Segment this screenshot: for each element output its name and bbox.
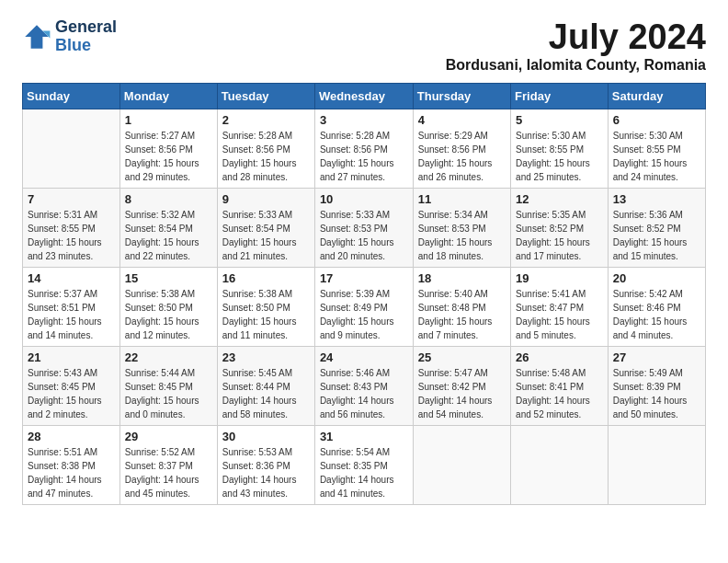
day-info: Sunrise: 5:35 AM Sunset: 8:52 PM Dayligh… xyxy=(516,208,603,263)
day-info: Sunrise: 5:48 AM Sunset: 8:41 PM Dayligh… xyxy=(516,366,603,421)
day-info: Sunrise: 5:28 AM Sunset: 8:56 PM Dayligh… xyxy=(222,129,310,184)
header-day-thursday: Thursday xyxy=(413,83,510,109)
day-info: Sunrise: 5:54 AM Sunset: 8:35 PM Dayligh… xyxy=(320,445,408,500)
logo-text-blue: Blue xyxy=(55,37,117,55)
calendar-cell: 8Sunrise: 5:32 AM Sunset: 8:54 PM Daylig… xyxy=(119,188,217,267)
day-number: 23 xyxy=(222,350,310,364)
logo-icon xyxy=(22,22,51,52)
day-number: 3 xyxy=(320,113,408,127)
day-number: 14 xyxy=(28,271,115,285)
day-info: Sunrise: 5:33 AM Sunset: 8:53 PM Dayligh… xyxy=(320,208,408,263)
calendar-cell: 11Sunrise: 5:34 AM Sunset: 8:53 PM Dayli… xyxy=(413,188,510,267)
calendar-cell: 6Sunrise: 5:30 AM Sunset: 8:55 PM Daylig… xyxy=(608,109,705,188)
calendar-table: SundayMondayTuesdayWednesdayThursdayFrid… xyxy=(22,83,706,505)
day-info: Sunrise: 5:30 AM Sunset: 8:55 PM Dayligh… xyxy=(516,129,603,184)
day-number: 28 xyxy=(28,430,115,443)
day-number: 12 xyxy=(516,192,603,206)
calendar-cell: 4Sunrise: 5:29 AM Sunset: 8:56 PM Daylig… xyxy=(413,109,510,188)
location-subtitle: Bordusani, Ialomita County, Romania xyxy=(446,57,706,74)
calendar-cell: 31Sunrise: 5:54 AM Sunset: 8:35 PM Dayli… xyxy=(314,425,413,504)
day-info: Sunrise: 5:40 AM Sunset: 8:48 PM Dayligh… xyxy=(418,287,506,342)
month-year-title: July 2024 xyxy=(446,18,706,57)
day-info: Sunrise: 5:52 AM Sunset: 8:37 PM Dayligh… xyxy=(125,445,212,500)
calendar-cell: 15Sunrise: 5:38 AM Sunset: 8:50 PM Dayli… xyxy=(119,267,217,346)
day-number: 15 xyxy=(125,271,212,285)
calendar-cell xyxy=(413,425,510,504)
calendar-cell: 27Sunrise: 5:49 AM Sunset: 8:39 PM Dayli… xyxy=(608,346,705,425)
calendar-cell: 22Sunrise: 5:44 AM Sunset: 8:45 PM Dayli… xyxy=(119,346,217,425)
page-header: General Blue July 2024 Bordusani, Ialomi… xyxy=(22,18,706,74)
header-day-friday: Friday xyxy=(511,83,609,109)
day-number: 11 xyxy=(418,192,506,206)
calendar-cell: 26Sunrise: 5:48 AM Sunset: 8:41 PM Dayli… xyxy=(511,346,609,425)
day-info: Sunrise: 5:27 AM Sunset: 8:56 PM Dayligh… xyxy=(125,129,212,184)
day-number: 8 xyxy=(125,192,212,206)
day-info: Sunrise: 5:47 AM Sunset: 8:42 PM Dayligh… xyxy=(418,366,506,421)
calendar-cell: 13Sunrise: 5:36 AM Sunset: 8:52 PM Dayli… xyxy=(608,188,705,267)
calendar-cell: 1Sunrise: 5:27 AM Sunset: 8:56 PM Daylig… xyxy=(119,109,217,188)
calendar-cell: 25Sunrise: 5:47 AM Sunset: 8:42 PM Dayli… xyxy=(413,346,510,425)
calendar-week-row: 21Sunrise: 5:43 AM Sunset: 8:45 PM Dayli… xyxy=(23,346,706,425)
day-info: Sunrise: 5:39 AM Sunset: 8:49 PM Dayligh… xyxy=(320,287,408,342)
calendar-cell: 23Sunrise: 5:45 AM Sunset: 8:44 PM Dayli… xyxy=(217,346,314,425)
day-info: Sunrise: 5:30 AM Sunset: 8:55 PM Dayligh… xyxy=(613,129,700,184)
header-day-sunday: Sunday xyxy=(23,83,120,109)
calendar-cell xyxy=(23,109,120,188)
calendar-cell: 12Sunrise: 5:35 AM Sunset: 8:52 PM Dayli… xyxy=(511,188,609,267)
day-number: 20 xyxy=(613,271,700,285)
calendar-cell: 7Sunrise: 5:31 AM Sunset: 8:55 PM Daylig… xyxy=(23,188,120,267)
day-number: 31 xyxy=(320,430,408,443)
day-number: 10 xyxy=(320,192,408,206)
day-info: Sunrise: 5:43 AM Sunset: 8:45 PM Dayligh… xyxy=(28,366,115,421)
day-info: Sunrise: 5:38 AM Sunset: 8:50 PM Dayligh… xyxy=(222,287,310,342)
day-number: 4 xyxy=(418,113,506,127)
day-number: 9 xyxy=(222,192,310,206)
calendar-cell: 21Sunrise: 5:43 AM Sunset: 8:45 PM Dayli… xyxy=(23,346,120,425)
logo-text-general: General xyxy=(55,18,117,37)
calendar-cell: 30Sunrise: 5:53 AM Sunset: 8:36 PM Dayli… xyxy=(217,425,314,504)
header-day-tuesday: Tuesday xyxy=(217,83,314,109)
day-number: 17 xyxy=(320,271,408,285)
calendar-header-row: SundayMondayTuesdayWednesdayThursdayFrid… xyxy=(23,83,706,109)
calendar-week-row: 7Sunrise: 5:31 AM Sunset: 8:55 PM Daylig… xyxy=(23,188,706,267)
calendar-cell xyxy=(608,425,705,504)
title-area: July 2024 Bordusani, Ialomita County, Ro… xyxy=(446,18,706,74)
day-number: 13 xyxy=(613,192,700,206)
calendar-cell: 24Sunrise: 5:46 AM Sunset: 8:43 PM Dayli… xyxy=(314,346,413,425)
day-info: Sunrise: 5:33 AM Sunset: 8:54 PM Dayligh… xyxy=(222,208,310,263)
calendar-cell: 29Sunrise: 5:52 AM Sunset: 8:37 PM Dayli… xyxy=(119,425,217,504)
calendar-cell: 3Sunrise: 5:28 AM Sunset: 8:56 PM Daylig… xyxy=(314,109,413,188)
day-info: Sunrise: 5:34 AM Sunset: 8:53 PM Dayligh… xyxy=(418,208,506,263)
day-number: 30 xyxy=(222,430,310,443)
header-day-saturday: Saturday xyxy=(608,83,705,109)
day-info: Sunrise: 5:28 AM Sunset: 8:56 PM Dayligh… xyxy=(320,129,408,184)
calendar-cell: 2Sunrise: 5:28 AM Sunset: 8:56 PM Daylig… xyxy=(217,109,314,188)
calendar-cell: 20Sunrise: 5:42 AM Sunset: 8:46 PM Dayli… xyxy=(608,267,705,346)
day-number: 16 xyxy=(222,271,310,285)
calendar-cell: 10Sunrise: 5:33 AM Sunset: 8:53 PM Dayli… xyxy=(314,188,413,267)
calendar-cell: 5Sunrise: 5:30 AM Sunset: 8:55 PM Daylig… xyxy=(511,109,609,188)
header-day-wednesday: Wednesday xyxy=(314,83,413,109)
day-info: Sunrise: 5:44 AM Sunset: 8:45 PM Dayligh… xyxy=(125,366,212,421)
day-info: Sunrise: 5:41 AM Sunset: 8:47 PM Dayligh… xyxy=(516,287,603,342)
day-number: 22 xyxy=(125,350,212,364)
day-info: Sunrise: 5:46 AM Sunset: 8:43 PM Dayligh… xyxy=(320,366,408,421)
day-info: Sunrise: 5:45 AM Sunset: 8:44 PM Dayligh… xyxy=(222,366,310,421)
day-number: 18 xyxy=(418,271,506,285)
day-number: 6 xyxy=(613,113,700,127)
day-number: 27 xyxy=(613,350,700,364)
day-number: 2 xyxy=(222,113,310,127)
day-info: Sunrise: 5:29 AM Sunset: 8:56 PM Dayligh… xyxy=(418,129,506,184)
calendar-cell xyxy=(511,425,609,504)
calendar-cell: 28Sunrise: 5:51 AM Sunset: 8:38 PM Dayli… xyxy=(23,425,120,504)
day-info: Sunrise: 5:38 AM Sunset: 8:50 PM Dayligh… xyxy=(125,287,212,342)
day-number: 26 xyxy=(516,350,603,364)
day-number: 24 xyxy=(320,350,408,364)
day-info: Sunrise: 5:42 AM Sunset: 8:46 PM Dayligh… xyxy=(613,287,700,342)
day-info: Sunrise: 5:51 AM Sunset: 8:38 PM Dayligh… xyxy=(28,445,115,500)
day-number: 7 xyxy=(28,192,115,206)
day-info: Sunrise: 5:32 AM Sunset: 8:54 PM Dayligh… xyxy=(125,208,212,263)
day-number: 19 xyxy=(516,271,603,285)
day-info: Sunrise: 5:49 AM Sunset: 8:39 PM Dayligh… xyxy=(613,366,700,421)
day-number: 5 xyxy=(516,113,603,127)
